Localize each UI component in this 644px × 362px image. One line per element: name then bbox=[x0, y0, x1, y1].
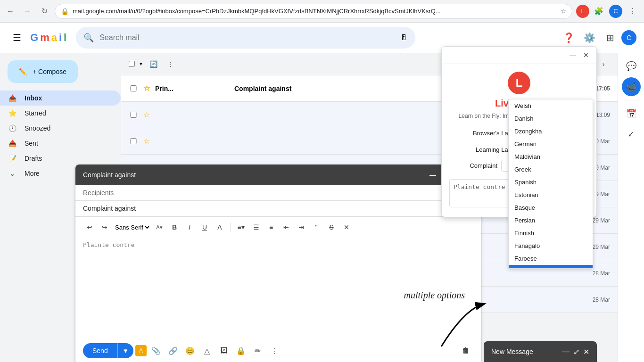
signature-button[interactable]: ✏ bbox=[250, 343, 265, 358]
email-checkbox[interactable] bbox=[129, 112, 138, 118]
quote-button[interactable]: " bbox=[310, 221, 323, 234]
star-icon[interactable]: ☆ bbox=[142, 110, 151, 119]
more-options-compose-button[interactable]: ⋮ bbox=[267, 343, 282, 358]
delete-compose-button[interactable]: 🗑 bbox=[458, 343, 473, 358]
sidebar-item-snoozed[interactable]: 🕐 Snoozed bbox=[0, 121, 121, 136]
livewords-close-button[interactable]: ✕ bbox=[579, 49, 593, 62]
compose-textarea[interactable] bbox=[83, 241, 473, 336]
send-button-group: Send ▼ bbox=[83, 343, 133, 358]
lang-option-fanagalo[interactable]: Fanagalo bbox=[509, 239, 593, 252]
indent-more-button[interactable]: ⇥ bbox=[295, 221, 308, 234]
align-button[interactable]: ≡▾ bbox=[234, 221, 248, 234]
email-date: 29 Mar bbox=[593, 217, 610, 224]
search-bar[interactable]: 🔍 🎚 bbox=[76, 27, 415, 49]
email-checkbox[interactable] bbox=[129, 138, 138, 144]
gmail-logo-g: G bbox=[30, 32, 38, 44]
apps-button[interactable]: ⊞ bbox=[601, 28, 619, 47]
forward-button[interactable]: → bbox=[21, 5, 34, 18]
text-color-picker-button[interactable]: A bbox=[135, 345, 147, 356]
lang-option-danish[interactable]: Danish bbox=[509, 112, 593, 125]
subject-input[interactable] bbox=[83, 205, 473, 212]
more-options-button[interactable]: ⋮ bbox=[625, 4, 640, 19]
lang-option-french[interactable]: French bbox=[509, 265, 593, 269]
back-button[interactable]: ← bbox=[4, 5, 17, 18]
subject-field[interactable] bbox=[75, 201, 481, 216]
refresh-button[interactable]: ↻ bbox=[38, 5, 51, 18]
emoji-button[interactable]: 😊 bbox=[182, 343, 198, 358]
livewords-minimize-button[interactable]: — bbox=[566, 49, 579, 62]
text-color-button[interactable]: A bbox=[213, 221, 226, 234]
underline-button[interactable]: U bbox=[198, 221, 211, 234]
drive-button[interactable]: △ bbox=[199, 343, 215, 358]
new-message-expand-button[interactable]: ⤢ bbox=[573, 347, 579, 356]
sidebar-item-drafts[interactable]: 📝 Drafts bbox=[0, 151, 121, 166]
recipients-field[interactable]: Recipients bbox=[75, 185, 481, 201]
lang-option-estonian[interactable]: Estonian bbox=[509, 189, 593, 201]
right-panel-calendar-icon[interactable]: 📅 bbox=[622, 104, 641, 123]
next-page-button[interactable]: › bbox=[597, 58, 610, 71]
search-input[interactable] bbox=[99, 33, 395, 42]
italic-button[interactable]: I bbox=[183, 221, 196, 234]
browser-actions: L 🧩 C ⋮ bbox=[576, 4, 640, 19]
lang-option-greek[interactable]: Greek bbox=[509, 163, 593, 176]
star-icon[interactable]: ☆ bbox=[142, 84, 151, 93]
lang-option-spanish[interactable]: Spanish bbox=[509, 176, 593, 189]
lang-option-welsh[interactable]: Welsh bbox=[509, 99, 593, 112]
email-checkbox[interactable] bbox=[129, 85, 138, 91]
browser-chrome: ← → ↻ 🔒 mail.google.com/mail/u/0/?ogbl#i… bbox=[0, 0, 644, 23]
font-select[interactable]: Sans Serif bbox=[113, 223, 151, 231]
attach-file-button[interactable]: 📎 bbox=[149, 343, 164, 358]
remove-format-button[interactable]: ✕ bbox=[340, 221, 353, 234]
font-size-button[interactable]: A▾ bbox=[153, 221, 166, 234]
bullet-list-button[interactable]: ≡ bbox=[264, 221, 278, 234]
star-icon[interactable]: ☆ bbox=[142, 137, 151, 146]
redo-button[interactable]: ↪ bbox=[98, 221, 111, 234]
select-all-checkbox[interactable] bbox=[129, 61, 135, 67]
send-button[interactable]: Send bbox=[83, 343, 117, 358]
compose-button[interactable]: ✏️ + Compose bbox=[8, 60, 78, 83]
lang-option-finnish[interactable]: Finnish bbox=[509, 227, 593, 239]
compose-body[interactable] bbox=[75, 238, 481, 341]
new-message-bar[interactable]: New Message — ⤢ ✕ bbox=[484, 341, 597, 362]
compose-minimize-button[interactable]: — bbox=[426, 168, 439, 181]
language-dropdown[interactable]: Welsh Danish Dzongkha German Maldivian G… bbox=[508, 99, 593, 269]
right-panel-meet-icon[interactable]: 📹 bbox=[622, 77, 641, 96]
new-message-minimize-button[interactable]: — bbox=[562, 347, 570, 356]
sidebar-item-inbox[interactable]: 📥 Inbox bbox=[0, 90, 121, 106]
lang-option-basque[interactable]: Basque bbox=[509, 201, 593, 214]
bold-button[interactable]: B bbox=[168, 221, 181, 234]
numbered-list-button[interactable]: ☰ bbox=[249, 221, 263, 234]
refresh-emails-button[interactable]: 🔄 bbox=[147, 58, 160, 71]
indent-less-button[interactable]: ⇤ bbox=[280, 221, 293, 234]
lock-button[interactable]: 🔒 bbox=[233, 343, 248, 358]
email-date: 13:09 bbox=[596, 112, 610, 118]
new-message-close-button[interactable]: ✕ bbox=[583, 347, 589, 356]
undo-button[interactable]: ↩ bbox=[83, 221, 96, 234]
formatting-toolbar: ↩ ↪ Sans Serif A▾ B I U A ≡▾ ☰ ≡ ⇤ ⇥ " S… bbox=[75, 216, 481, 238]
hamburger-menu[interactable]: ☰ bbox=[8, 28, 26, 47]
right-panel-tasks-icon[interactable]: ✓ bbox=[622, 125, 641, 144]
profile-button[interactable]: C bbox=[608, 4, 623, 19]
insert-photo-button[interactable]: 🖼 bbox=[216, 343, 231, 358]
more-options-emails-button[interactable]: ⋮ bbox=[164, 58, 177, 71]
toolbar-divider bbox=[230, 222, 231, 232]
lang-option-german[interactable]: German bbox=[509, 138, 593, 150]
lang-option-maldivian[interactable]: Maldivian bbox=[509, 150, 593, 163]
sidebar-item-sent[interactable]: 📤 Sent bbox=[0, 136, 121, 151]
lang-option-persian[interactable]: Persian bbox=[509, 214, 593, 227]
sidebar-item-starred[interactable]: ⭐ Starred bbox=[0, 106, 121, 121]
lang-option-dzongkha[interactable]: Dzongkha bbox=[509, 125, 593, 138]
address-bar[interactable]: 🔒 mail.google.com/mail/u/0/?ogbl#inbox/c… bbox=[55, 4, 572, 19]
select-dropdown-icon[interactable]: ▼ bbox=[139, 61, 143, 66]
help-button[interactable]: ❓ bbox=[559, 28, 578, 47]
right-panel-chat-icon[interactable]: 💬 bbox=[622, 57, 641, 75]
extensions-button[interactable]: 🧩 bbox=[591, 4, 606, 19]
email-date: 28 Mar bbox=[593, 270, 610, 277]
user-profile-avatar[interactable]: C bbox=[621, 30, 636, 45]
recipients-input[interactable] bbox=[117, 189, 473, 197]
insert-link-button[interactable]: 🔗 bbox=[165, 343, 181, 358]
strikethrough-button[interactable]: S bbox=[325, 221, 338, 234]
send-options-button[interactable]: ▼ bbox=[117, 343, 133, 358]
settings-button[interactable]: ⚙️ bbox=[580, 28, 599, 47]
lang-option-faroese[interactable]: Faroese bbox=[509, 252, 593, 265]
